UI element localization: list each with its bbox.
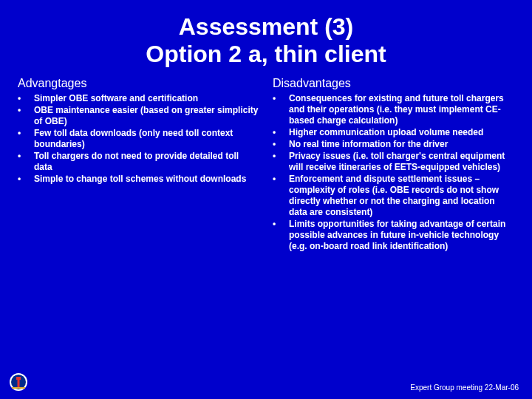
bullet-icon: • xyxy=(273,151,289,162)
list-item-text: Enforcement and dispute settlement issue… xyxy=(289,174,514,218)
bullet-icon: • xyxy=(273,127,289,138)
slide-title: Assessment (3) Option 2 a, thin client xyxy=(0,0,532,68)
bullet-icon: • xyxy=(273,174,289,185)
list-item-text: Higher communication upload volume neede… xyxy=(289,127,514,138)
list-item-text: Simpler OBE software and certification xyxy=(34,93,259,104)
list-item-text: Simple to change toll schemes without do… xyxy=(34,174,259,185)
footer-text: Expert Group meeting 22-Mar-06 xyxy=(410,383,519,392)
bullet-icon: • xyxy=(273,219,289,230)
list-item: • OBE maintenance easier (based on great… xyxy=(18,105,259,127)
list-item: • Simpler OBE software and certification xyxy=(18,93,259,104)
list-item: • Limits opportunities for taking advant… xyxy=(273,219,514,252)
list-item: • Simple to change toll schemes without … xyxy=(18,174,259,185)
bullet-icon: • xyxy=(273,93,289,104)
list-item-text: Consequences for existing and future tol… xyxy=(289,93,514,126)
list-item-text: Limits opportunities for taking advantag… xyxy=(289,219,514,252)
bullet-icon: • xyxy=(18,174,34,185)
list-item-text: OBE maintenance easier (based on greater… xyxy=(34,105,259,127)
title-line-2: Option 2 a, thin client xyxy=(0,41,532,68)
disadvantages-heading: Disadvantages xyxy=(273,77,514,90)
list-item-text: Toll chargers do not need to provide det… xyxy=(34,151,259,173)
bullet-icon: • xyxy=(18,151,34,162)
list-item: • Enforcement and dispute settlement iss… xyxy=(273,174,514,218)
list-item: • Few toll data downloads (only need tol… xyxy=(18,128,259,150)
svg-rect-2 xyxy=(16,377,21,380)
list-item: • Higher communication upload volume nee… xyxy=(273,127,514,138)
advantages-heading: Advangtages xyxy=(18,77,259,90)
list-item: • Consequences for existing and future t… xyxy=(273,93,514,126)
disadvantages-column: Disadvantages • Consequences for existin… xyxy=(273,77,514,253)
advantages-column: Advangtages • Simpler OBE software and c… xyxy=(18,77,259,253)
list-item-text: Privacy issues (i.e. toll charger's cent… xyxy=(289,151,514,173)
bullet-icon: • xyxy=(18,105,34,116)
list-item: • Toll chargers do not need to provide d… xyxy=(18,151,259,173)
content-columns: Advangtages • Simpler OBE software and c… xyxy=(0,68,532,253)
list-item-text: No real time information for the driver xyxy=(289,139,514,150)
list-item: • No real time information for the drive… xyxy=(273,139,514,150)
title-line-1: Assessment (3) xyxy=(0,13,532,41)
svg-rect-3 xyxy=(18,380,20,387)
brand-logo-icon xyxy=(9,372,28,392)
bullet-icon: • xyxy=(273,139,289,150)
bullet-icon: • xyxy=(18,93,34,104)
bullet-icon: • xyxy=(18,128,34,139)
list-item: • Privacy issues (i.e. toll charger's ce… xyxy=(273,151,514,173)
list-item-text: Few toll data downloads (only need toll … xyxy=(34,128,259,150)
